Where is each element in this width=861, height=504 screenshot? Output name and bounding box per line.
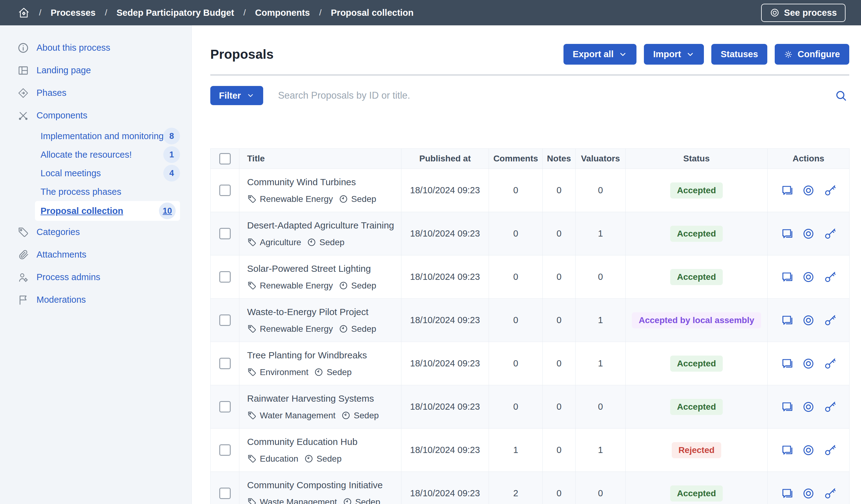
comment-action-button[interactable] [780,314,793,327]
comment-action-button[interactable] [780,487,793,500]
landing-page-icon [17,65,29,77]
sidebar-item-proposal-collection[interactable]: Proposal collection10 [35,201,180,221]
sidebar-item-label: Process admins [37,272,100,282]
breadcrumb-item[interactable]: Sedep Participatory Budget [117,8,234,18]
breadcrumb-item[interactable]: Processes [51,8,96,18]
preview-action-button[interactable] [802,400,815,413]
filter-button[interactable]: Filter [210,86,263,105]
row-checkbox[interactable] [219,401,231,412]
proposal-title-link[interactable]: Solar-Powered Street Lighting [247,263,371,274]
sidebar-item-phases[interactable]: Phases [0,82,191,104]
key-action-button[interactable] [823,271,836,284]
row-checkbox[interactable] [219,488,231,499]
sidebar-item-implementation-and-monitoring[interactable]: Implementation and monitoring8 [0,127,191,145]
row-checkbox[interactable] [219,444,231,456]
chevron-down-icon [686,50,695,59]
proposals-table: TitlePublished atCommentsNotesValuatorsS… [210,148,850,504]
valuators-cell: 0 [576,472,626,504]
comment-action-button[interactable] [780,184,793,197]
row-checkbox[interactable] [219,228,231,239]
sidebar-item-process-admins[interactable]: Process admins [0,266,191,288]
sidebar-count-badge: 1 [163,146,180,163]
sidebar-item-label: Phases [37,88,67,98]
key-action-button[interactable] [823,487,836,500]
key-action-button[interactable] [823,400,836,413]
sidebar-item-the-process-phases[interactable]: The process phases [0,182,191,201]
preview-action-button[interactable] [802,271,815,284]
row-checkbox[interactable] [219,185,231,196]
comment-action-button[interactable] [780,357,793,370]
comment-icon [780,184,793,197]
proposal-title-link[interactable]: Community Wind Turbines [247,177,356,187]
filter-label: Filter [219,91,241,101]
actions-cell [768,212,850,255]
comment-action-button[interactable] [780,400,793,413]
sidebar-item-about-this-process[interactable]: About this process [0,37,191,59]
comment-action-button[interactable] [780,227,793,240]
notes-cell: 0 [543,212,576,255]
preview-action-button[interactable] [802,184,815,197]
moderations-icon [17,294,29,306]
title-cell: Waste-to-Energy Pilot ProjectRenewable E… [240,299,401,342]
sidebar-item-attachments[interactable]: Attachments [0,243,191,266]
see-process-button[interactable]: See process [761,4,846,22]
configure-button[interactable]: Configure [775,44,849,65]
proposal-meta: Waste ManagementSedep [247,497,401,504]
notes-cell: 0 [543,255,576,299]
key-action-button[interactable] [823,444,836,457]
proposal-title-link[interactable]: Desert-Adapted Agriculture Training [247,220,394,231]
comment-icon [780,444,793,457]
breadcrumb-separator: / [39,8,41,18]
title-cell: Desert-Adapted Agriculture TrainingAgric… [240,212,401,255]
sidebar-item-allocate-the-resources-[interactable]: Allocate the resources!1 [0,145,191,164]
breadcrumb-separator: / [105,8,107,18]
comment-action-button[interactable] [780,271,793,284]
proposal-title-link[interactable]: Rainwater Harvesting Systems [247,393,374,404]
sidebar-item-local-meetings[interactable]: Local meetings4 [0,164,191,182]
sidebar-item-landing-page[interactable]: Landing page [0,59,191,82]
search-input[interactable] [263,90,833,101]
breadcrumb-item[interactable]: Proposal collection [331,8,414,18]
breadcrumb-item[interactable]: Components [255,8,310,18]
preview-action-button[interactable] [802,227,815,240]
statuses-button[interactable]: Statuses [711,44,767,65]
column-header-notes: Notes [543,149,576,169]
status-cell: Accepted [626,169,768,212]
proposal-title-link[interactable]: Waste-to-Energy Pilot Project [247,307,368,317]
proposal-title-link[interactable]: Community Composting Initiative [247,480,383,490]
select-all-checkbox[interactable] [219,153,231,164]
proposal-title-link[interactable]: Community Education Hub [247,437,357,447]
key-action-button[interactable] [823,184,836,197]
status-cell: Accepted [626,255,768,299]
title-cell: Community Composting InitiativeWaste Man… [240,472,401,504]
column-header-comments: Comments [489,149,543,169]
preview-action-button[interactable] [802,487,815,500]
category-tag-icon [247,367,257,377]
preview-icon [802,314,815,327]
row-checkbox[interactable] [219,358,231,369]
table-row: Solar-Powered Street LightingRenewable E… [210,255,850,299]
comment-action-button[interactable] [780,444,793,457]
scope-icon [339,324,348,333]
preview-action-button[interactable] [802,314,815,327]
published-at-cell: 18/10/2024 09:23 [401,299,489,342]
home-icon[interactable] [18,7,30,18]
info-icon [17,42,29,54]
key-action-button[interactable] [823,227,836,240]
sidebar-item-components[interactable]: Components [0,104,191,127]
title-cell: Solar-Powered Street LightingRenewable E… [240,255,401,299]
key-action-button[interactable] [823,357,836,370]
search-button[interactable] [833,89,849,102]
export-all-button[interactable]: Export all [563,44,637,65]
key-action-button[interactable] [823,314,836,327]
preview-action-button[interactable] [802,444,815,457]
sidebar-item-categories[interactable]: Categories [0,221,191,243]
preview-action-button[interactable] [802,357,815,370]
published-at-cell: 18/10/2024 09:23 [401,212,489,255]
proposal-title-link[interactable]: Tree Planting for Windbreaks [247,350,367,360]
sidebar-item-moderations[interactable]: Moderations [0,288,191,311]
status-badge: Accepted [670,269,723,285]
row-checkbox[interactable] [219,271,231,283]
row-checkbox[interactable] [219,314,231,326]
import-button[interactable]: Import [644,44,704,65]
